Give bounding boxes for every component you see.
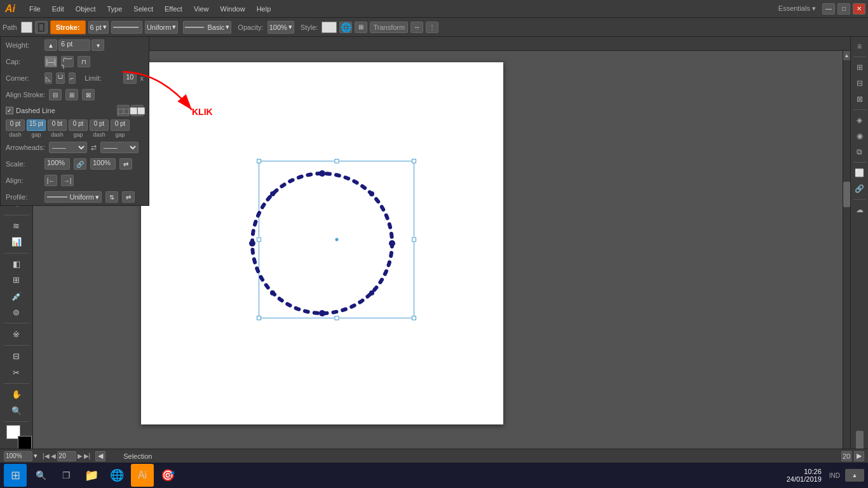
weight-up-button[interactable]: ▾ bbox=[92, 39, 104, 51]
dash-1-input[interactable]: 0 pt bbox=[6, 119, 25, 131]
profile-flip-v[interactable]: ⇅ bbox=[105, 191, 118, 203]
transform-panel-button[interactable]: ⊞ bbox=[853, 60, 867, 74]
zoom-input[interactable] bbox=[4, 451, 32, 461]
arrowhead-end-select[interactable]: —— bbox=[100, 142, 139, 153]
handle-tr[interactable] bbox=[412, 159, 416, 163]
anchor-br[interactable] bbox=[369, 290, 374, 295]
dashed-line-checkbox[interactable]: ✓ bbox=[6, 107, 13, 114]
align-panel-button[interactable]: ⊟ bbox=[853, 76, 867, 90]
graphic-styles-button[interactable]: ◉ bbox=[853, 129, 867, 143]
last-page-button[interactable]: ▶| bbox=[84, 452, 91, 459]
corner-round-button[interactable]: ╰╯ bbox=[56, 72, 65, 84]
blend-tool[interactable]: ⊚ bbox=[9, 305, 24, 320]
cap-square-button[interactable]: ⊓ bbox=[78, 56, 90, 67]
gap-1-input[interactable]: 15 pt bbox=[27, 119, 46, 131]
handle-mr[interactable] bbox=[412, 238, 416, 242]
scale-flip-button[interactable]: ⇄ bbox=[119, 158, 132, 170]
dash-align-2[interactable]: ⬜⬜ bbox=[131, 105, 144, 116]
corner-miter-button[interactable]: ◺ bbox=[44, 72, 52, 84]
dash-align-1[interactable]: ⬚⬚ bbox=[117, 105, 130, 116]
start-button[interactable]: ⊞ bbox=[4, 464, 27, 487]
scale-start-input[interactable]: 100% bbox=[44, 158, 70, 170]
opacity-select[interactable]: 100% ▾ bbox=[268, 21, 294, 34]
minimize-button[interactable]: — bbox=[822, 3, 835, 15]
eyedropper-tool[interactable]: 💉 bbox=[9, 289, 24, 304]
dash-2-input[interactable]: 0 bt bbox=[48, 119, 67, 131]
align-end-button[interactable]: →| bbox=[61, 175, 74, 186]
align-inside-button[interactable]: ⊞ bbox=[65, 89, 78, 100]
scrollbar-thumb[interactable] bbox=[843, 182, 850, 207]
anchor-left[interactable] bbox=[249, 240, 255, 247]
menu-window[interactable]: Window bbox=[215, 3, 250, 15]
align-start-button[interactable]: |← bbox=[44, 175, 57, 186]
profile-select[interactable]: Uniform ▾ bbox=[44, 191, 102, 203]
panel-collapse-button[interactable]: ≡ bbox=[853, 39, 867, 53]
transform-icon[interactable]: ⊞ bbox=[355, 22, 367, 33]
illustrator-taskbar[interactable]: Ai bbox=[131, 464, 154, 487]
links-button[interactable]: 🔗 bbox=[853, 182, 867, 196]
gradient-tool[interactable]: ◧ bbox=[9, 257, 24, 271]
transform-button[interactable]: Transform bbox=[370, 22, 408, 33]
essentials-button[interactable]: Essentials ▾ bbox=[778, 4, 816, 13]
file-explorer-button[interactable]: 📁 bbox=[80, 464, 103, 487]
chrome-button[interactable]: 🌐 bbox=[105, 464, 128, 487]
corner-bevel-button[interactable]: ⌐ bbox=[69, 72, 76, 84]
appearance-button[interactable]: ◈ bbox=[853, 113, 867, 127]
color-swatches[interactable] bbox=[6, 425, 27, 445]
menu-type[interactable]: Type bbox=[102, 3, 128, 15]
mesh-tool[interactable]: ⊞ bbox=[9, 273, 24, 287]
dash-3-input[interactable]: 0 pt bbox=[90, 119, 109, 131]
anchor-tl[interactable] bbox=[270, 191, 275, 196]
search-button[interactable]: 🔍 bbox=[29, 464, 52, 487]
more-options-icon[interactable]: ⋮ bbox=[426, 22, 438, 33]
uniform-select[interactable]: Uniform ▾ bbox=[145, 21, 179, 34]
stroke-color-box[interactable] bbox=[35, 21, 48, 34]
anchor-tr[interactable] bbox=[369, 191, 374, 196]
prev-page-button[interactable]: ◀ bbox=[51, 452, 56, 459]
page-input[interactable] bbox=[57, 451, 76, 461]
align-icon[interactable]: ↔ bbox=[410, 22, 423, 33]
menu-edit[interactable]: Edit bbox=[47, 3, 69, 15]
limit-input[interactable]: 10 bbox=[123, 72, 136, 84]
background-color[interactable] bbox=[18, 436, 32, 450]
menu-select[interactable]: Select bbox=[128, 3, 158, 15]
symbol-tool[interactable]: ※ bbox=[9, 327, 24, 341]
basic-select[interactable]: Basic ▾ bbox=[183, 21, 231, 34]
globe-icon[interactable]: 🌐 bbox=[339, 22, 352, 33]
style-swatch[interactable] bbox=[322, 22, 337, 33]
next-page-button[interactable]: ▶ bbox=[78, 452, 83, 459]
graph-tool[interactable]: 📊 bbox=[9, 234, 24, 249]
zoom-tool[interactable]: 🔍 bbox=[9, 403, 24, 417]
menu-view[interactable]: View bbox=[189, 3, 214, 15]
scroll-up-button[interactable]: ▲ bbox=[843, 51, 850, 61]
artboard-nav-right[interactable]: ▶ bbox=[854, 451, 864, 461]
scale-link-button[interactable]: 🔗 bbox=[74, 158, 86, 170]
dash-style-select[interactable] bbox=[111, 21, 142, 34]
align-outside-button[interactable]: ⊠ bbox=[82, 89, 95, 100]
slice-tool[interactable]: ✂ bbox=[9, 365, 24, 379]
gap-3-input[interactable]: 0 pt bbox=[111, 119, 130, 131]
artboard-nav-left[interactable]: ◀ bbox=[95, 451, 105, 461]
weight-input[interactable]: 6 pt bbox=[58, 39, 90, 51]
notification-area[interactable]: ▲ bbox=[845, 469, 864, 482]
artboard-number[interactable]: 20 bbox=[841, 451, 851, 461]
first-page-button[interactable]: |◀ bbox=[43, 452, 50, 459]
gap-2-input[interactable]: 0 pt bbox=[69, 119, 88, 131]
task-view-button[interactable]: ❐ bbox=[55, 464, 78, 487]
weight-down-button[interactable]: ▲ bbox=[44, 39, 57, 51]
artboards-button[interactable]: ⬜ bbox=[853, 166, 867, 180]
cap-round-button[interactable]: ╭—╮ bbox=[61, 56, 74, 67]
weight-select[interactable]: 6 pt ▾ bbox=[88, 21, 109, 34]
handle-tl[interactable] bbox=[257, 159, 261, 163]
profile-flip-h[interactable]: ⇄ bbox=[122, 191, 135, 203]
cap-butt-button[interactable]: |—| bbox=[44, 56, 57, 67]
arrowhead-start-select[interactable]: —— bbox=[49, 142, 87, 153]
warp-tool[interactable]: ≋ bbox=[9, 219, 24, 233]
menu-effect[interactable]: Effect bbox=[159, 3, 187, 15]
fill-color-swatch[interactable] bbox=[21, 22, 32, 33]
handle-tc[interactable] bbox=[334, 159, 339, 163]
handle-br[interactable] bbox=[412, 316, 416, 320]
menu-object[interactable]: Object bbox=[71, 3, 101, 15]
extra-app-button[interactable]: 🎯 bbox=[156, 464, 179, 487]
align-center-button[interactable]: ⊟ bbox=[49, 89, 62, 100]
